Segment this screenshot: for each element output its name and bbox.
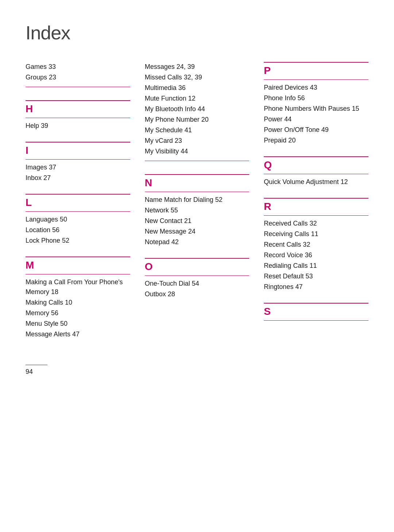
section-divider-I	[26, 142, 130, 142]
index-entry: Making a Call From Your Phone's Memory 1…	[26, 277, 130, 297]
index-entry: Prepaid 20	[264, 136, 368, 145]
index-entry: Network 55	[145, 206, 250, 215]
section-divider-S	[264, 303, 368, 304]
index-entry: Ringtones 47	[264, 282, 368, 292]
page-number: 94	[26, 368, 33, 375]
index-entry: Phone Info 56	[264, 93, 368, 103]
section-letter-S: S	[264, 306, 368, 317]
index-entry: Message Alerts 47	[26, 329, 130, 339]
section-letter-R: R	[264, 201, 368, 212]
pre-section-divider-0	[26, 87, 130, 87]
section-P: PPaired Devices 43Phone Info 56Phone Num…	[264, 62, 368, 146]
index-entry: Power On/Off Tone 49	[264, 125, 368, 135]
section-entry-divider-I	[26, 159, 130, 160]
section-entry-divider-P	[264, 79, 368, 80]
index-entry: Record Voice 36	[264, 250, 368, 260]
section-entry-divider-M	[26, 274, 130, 274]
section-entry-divider-H	[26, 118, 130, 118]
section-I: IImages 37Inbox 27	[26, 142, 130, 184]
section-divider-Q	[264, 156, 368, 157]
index-entry: Location 56	[26, 225, 130, 235]
index-grid: Games 33Groups 23HHelp 39IImages 37Inbox…	[26, 62, 368, 350]
section-N: NName Match for Dialing 52Network 55New …	[145, 174, 250, 248]
index-entry: Outbox 28	[145, 289, 250, 299]
index-entry: Quick Volume Adjustment 12	[264, 177, 368, 187]
section-entry-divider-R	[264, 215, 368, 216]
section-R: RReceived Calls 32Receiving Calls 11Rece…	[264, 198, 368, 293]
index-entry: New Contact 21	[145, 216, 250, 226]
section-divider-M	[26, 257, 130, 257]
index-entry: Memory 56	[26, 308, 130, 318]
section-pre-h: Games 33Groups 23	[26, 62, 130, 90]
section-M: MMaking a Call From Your Phone's Memory …	[26, 257, 130, 340]
index-entry: Name Match for Dialing 52	[145, 195, 250, 205]
column-col2: Messages 24, 39Missed Calls 32, 39Multim…	[145, 62, 250, 310]
section-entry-divider-S	[264, 320, 368, 321]
index-entry: Paired Devices 43	[264, 83, 368, 93]
index-entry: Receiving Calls 11	[264, 229, 368, 239]
section-letter-O: O	[145, 261, 250, 273]
index-entry: Notepad 42	[145, 237, 250, 247]
pre-section-divider-0	[145, 161, 250, 161]
section-letter-M: M	[26, 259, 130, 271]
section-divider-O	[145, 258, 250, 259]
index-entry: Inbox 27	[26, 173, 130, 183]
column-col3: PPaired Devices 43Phone Info 56Phone Num…	[264, 62, 368, 334]
section-divider-R	[264, 198, 368, 199]
section-H: HHelp 39	[26, 100, 130, 132]
section-letter-Q: Q	[264, 159, 368, 171]
index-entry: Multimedia 36	[145, 83, 250, 93]
section-Q: QQuick Volume Adjustment 12	[264, 156, 368, 188]
page-title: Index	[26, 22, 368, 44]
section-divider-N	[145, 174, 250, 175]
index-entry: My Bluetooth Info 44	[145, 104, 250, 114]
index-entry: Games 33	[26, 62, 130, 72]
section-entry-divider-L	[26, 211, 130, 212]
section-letter-N: N	[145, 177, 250, 189]
section-entry-divider-N	[145, 192, 250, 192]
section-O: OOne-Touch Dial 54Outbox 28	[145, 258, 250, 300]
index-entry: Redialing Calls 11	[264, 261, 368, 271]
section-letter-P: P	[264, 65, 368, 77]
index-entry: My vCard 23	[145, 136, 250, 146]
index-entry: Images 37	[26, 163, 130, 172]
footer: 94	[26, 365, 368, 376]
footer-divider	[26, 365, 47, 365]
index-entry: Groups 23	[26, 73, 130, 82]
index-entry: Power 44	[264, 114, 368, 124]
column-col1: Games 33Groups 23HHelp 39IImages 37Inbox…	[26, 62, 130, 350]
index-entry: Menu Style 50	[26, 319, 130, 329]
index-entry: Recent Calls 32	[264, 240, 368, 250]
section-divider-L	[26, 194, 130, 195]
section-divider-P	[264, 62, 368, 63]
section-L: LLanguages 50Location 56Lock Phone 52	[26, 194, 130, 246]
section-letter-H: H	[26, 103, 130, 115]
index-entry: Received Calls 32	[264, 219, 368, 228]
section-letter-I: I	[26, 145, 130, 156]
index-entry: My Phone Number 20	[145, 115, 250, 125]
section-entry-divider-Q	[264, 174, 368, 174]
section-pre-m: Messages 24, 39Missed Calls 32, 39Multim…	[145, 62, 250, 164]
section-divider-H	[26, 100, 130, 101]
index-entry: Languages 50	[26, 215, 130, 224]
section-letter-L: L	[26, 197, 130, 208]
index-entry: Mute Function 12	[145, 94, 250, 103]
index-entry: Messages 24, 39	[145, 62, 250, 72]
section-S: S	[264, 303, 368, 324]
index-entry: My Visibility 44	[145, 146, 250, 156]
index-entry: One-Touch Dial 54	[145, 279, 250, 289]
index-entry: Lock Phone 52	[26, 236, 130, 246]
section-entry-divider-O	[145, 275, 250, 276]
index-entry: My Schedule 41	[145, 125, 250, 135]
index-entry: Missed Calls 32, 39	[145, 73, 250, 82]
index-entry: New Message 24	[145, 227, 250, 236]
index-entry: Reset Default 53	[264, 271, 368, 281]
index-entry: Phone Numbers With Pauses 15	[264, 104, 368, 114]
index-entry: Help 39	[26, 121, 130, 131]
index-entry: Making Calls 10	[26, 298, 130, 308]
